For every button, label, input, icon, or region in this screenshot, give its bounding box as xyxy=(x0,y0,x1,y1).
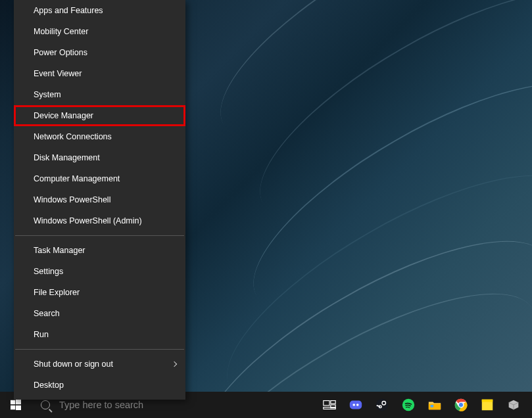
winx-context-menu: Apps and FeaturesMobility CenterPower Op… xyxy=(14,0,185,400)
taskbar-pinned-icons xyxy=(316,392,532,418)
menu-item-label: File Explorer xyxy=(34,288,80,297)
menu-item-computer-management[interactable]: Computer Management xyxy=(14,168,185,189)
svg-rect-2 xyxy=(11,406,15,409)
menu-item-label: System xyxy=(34,90,61,99)
svg-rect-16 xyxy=(429,404,441,409)
menu-separator xyxy=(15,349,184,350)
svg-point-9 xyxy=(352,404,355,406)
menu-item-run[interactable]: Run xyxy=(14,324,185,345)
svg-point-10 xyxy=(356,404,359,406)
svg-rect-1 xyxy=(16,400,21,404)
menu-item-label: Search xyxy=(34,309,60,318)
menu-item-label: Windows PowerShell xyxy=(34,195,110,204)
menu-item-file-explorer[interactable]: File Explorer xyxy=(14,282,185,303)
menu-item-device-manager[interactable]: Device Manager xyxy=(14,105,185,126)
svg-rect-22 xyxy=(482,400,493,402)
menu-item-windows-powershell-admin[interactable]: Windows PowerShell (Admin) xyxy=(14,210,185,231)
menu-item-task-manager[interactable]: Task Manager xyxy=(14,240,185,261)
menu-item-label: Event Viewer xyxy=(34,69,82,78)
file-explorer-icon[interactable] xyxy=(422,392,448,418)
svg-rect-0 xyxy=(11,400,15,404)
svg-rect-3 xyxy=(16,406,21,410)
menu-separator xyxy=(15,235,184,236)
svg-rect-17 xyxy=(431,405,434,407)
note-icon[interactable] xyxy=(474,392,500,418)
menu-item-label: Power Options xyxy=(34,48,87,57)
menu-item-label: Network Connections xyxy=(34,132,112,141)
menu-item-event-viewer[interactable]: Event Viewer xyxy=(14,63,185,84)
menu-item-label: Device Manager xyxy=(34,111,93,120)
task-view-icon[interactable] xyxy=(316,392,343,418)
svg-rect-4 xyxy=(324,401,329,406)
menu-item-label: Task Manager xyxy=(34,246,85,255)
chevron-right-icon xyxy=(172,361,177,367)
menu-item-settings[interactable]: Settings xyxy=(14,261,185,282)
menu-item-label: Run xyxy=(34,330,49,339)
menu-item-label: Shut down or sign out xyxy=(34,360,113,369)
app-icon[interactable] xyxy=(500,392,527,418)
menu-item-apps-and-features[interactable]: Apps and Features xyxy=(14,0,185,21)
svg-rect-8 xyxy=(350,401,362,409)
menu-item-disk-management[interactable]: Disk Management xyxy=(14,147,185,168)
svg-point-11 xyxy=(376,399,388,411)
menu-item-label: Desktop xyxy=(34,381,64,390)
menu-item-label: Settings xyxy=(34,267,63,276)
menu-item-label: Apps and Features xyxy=(34,6,103,15)
steam-icon[interactable] xyxy=(369,392,395,418)
search-placeholder-text: Type here to search xyxy=(59,400,143,410)
spotify-icon[interactable] xyxy=(395,392,422,418)
chrome-icon[interactable] xyxy=(448,392,474,418)
search-icon xyxy=(41,400,50,409)
menu-item-mobility-center[interactable]: Mobility Center xyxy=(14,21,185,42)
menu-item-search[interactable]: Search xyxy=(14,303,185,324)
menu-item-windows-powershell[interactable]: Windows PowerShell xyxy=(14,189,185,210)
menu-item-shut-down-or-sign-out[interactable]: Shut down or sign out xyxy=(14,354,185,375)
menu-item-power-options[interactable]: Power Options xyxy=(14,42,185,63)
menu-item-desktop[interactable]: Desktop xyxy=(14,375,185,396)
menu-item-network-connections[interactable]: Network Connections xyxy=(14,126,185,147)
menu-item-system[interactable]: System xyxy=(14,84,185,105)
windows-logo-icon xyxy=(11,400,21,410)
menu-item-label: Mobility Center xyxy=(34,27,88,36)
menu-item-label: Disk Management xyxy=(34,153,100,162)
svg-rect-5 xyxy=(331,401,335,404)
menu-item-label: Computer Management xyxy=(34,174,120,183)
menu-item-label: Windows PowerShell (Admin) xyxy=(34,216,142,225)
discord-icon[interactable] xyxy=(343,392,369,418)
